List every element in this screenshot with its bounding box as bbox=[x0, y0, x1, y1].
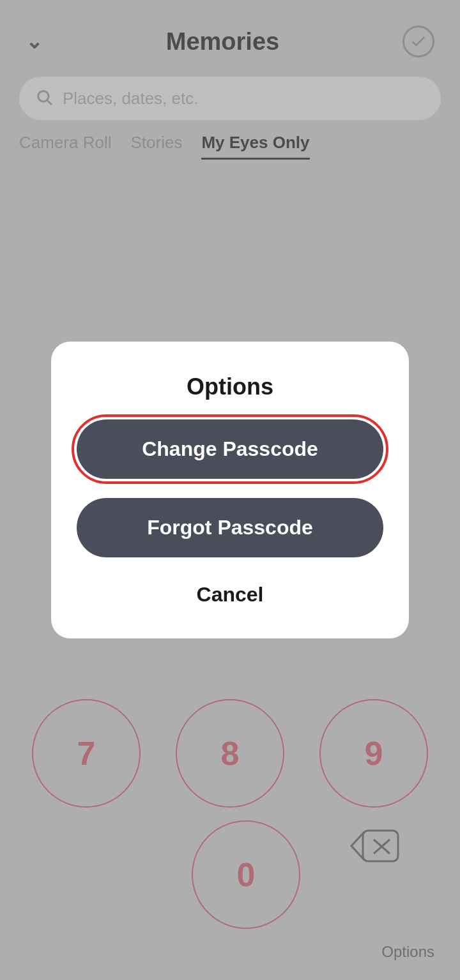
modal-title: Options bbox=[187, 373, 273, 400]
cancel-button[interactable]: Cancel bbox=[184, 577, 277, 613]
change-passcode-button[interactable]: Change Passcode bbox=[77, 419, 383, 479]
options-modal: Options Change Passcode Forgot Passcode … bbox=[51, 342, 409, 638]
modal-overlay: Options Change Passcode Forgot Passcode … bbox=[0, 0, 460, 980]
forgot-passcode-button[interactable]: Forgot Passcode bbox=[77, 498, 383, 557]
